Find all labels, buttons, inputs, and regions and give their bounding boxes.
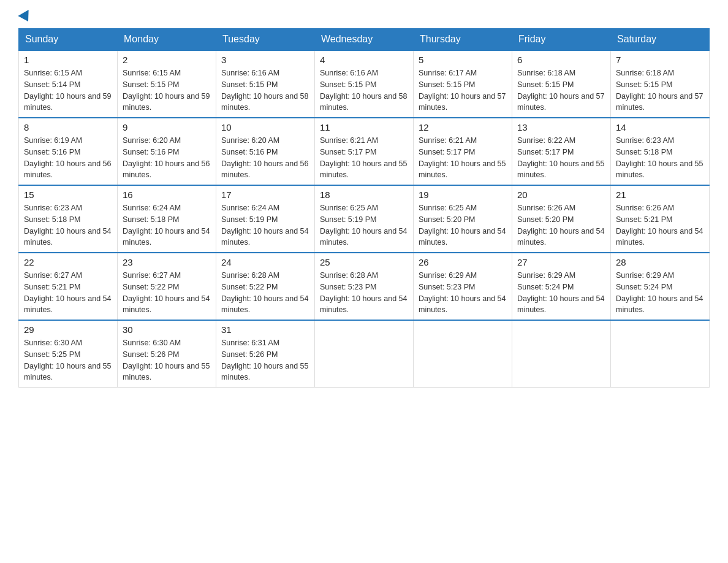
calendar-day-cell: 24 Sunrise: 6:28 AMSunset: 5:22 PMDaylig…	[216, 253, 315, 320]
day-info: Sunrise: 6:23 AMSunset: 5:18 PMDaylight:…	[24, 204, 111, 247]
day-info: Sunrise: 6:27 AMSunset: 5:22 PMDaylight:…	[123, 271, 210, 314]
calendar-day-cell: 1 Sunrise: 6:15 AMSunset: 5:14 PMDayligh…	[19, 50, 118, 118]
calendar-day-cell: 18 Sunrise: 6:25 AMSunset: 5:19 PMDaylig…	[315, 185, 414, 253]
calendar-day-cell: 4 Sunrise: 6:16 AMSunset: 5:15 PMDayligh…	[315, 50, 414, 118]
day-info: Sunrise: 6:22 AMSunset: 5:17 PMDaylight:…	[517, 136, 604, 179]
day-of-week-header: Monday	[118, 29, 216, 51]
calendar-week-row: 22 Sunrise: 6:27 AMSunset: 5:21 PMDaylig…	[19, 253, 710, 320]
day-number: 21	[616, 190, 704, 200]
day-number: 24	[221, 257, 309, 267]
calendar-day-cell: 10 Sunrise: 6:20 AMSunset: 5:16 PMDaylig…	[216, 118, 315, 185]
day-info: Sunrise: 6:30 AMSunset: 5:26 PMDaylight:…	[123, 339, 210, 381]
day-info: Sunrise: 6:20 AMSunset: 5:16 PMDaylight:…	[221, 136, 308, 179]
calendar-day-cell	[611, 320, 710, 388]
calendar-day-cell: 9 Sunrise: 6:20 AMSunset: 5:16 PMDayligh…	[118, 118, 216, 185]
day-info: Sunrise: 6:26 AMSunset: 5:21 PMDaylight:…	[616, 204, 703, 247]
day-number: 26	[419, 257, 507, 267]
day-info: Sunrise: 6:30 AMSunset: 5:25 PMDaylight:…	[24, 339, 111, 381]
day-info: Sunrise: 6:21 AMSunset: 5:17 PMDaylight:…	[419, 136, 506, 179]
calendar-day-cell: 23 Sunrise: 6:27 AMSunset: 5:22 PMDaylig…	[118, 253, 216, 320]
day-info: Sunrise: 6:24 AMSunset: 5:18 PMDaylight:…	[123, 204, 210, 247]
day-info: Sunrise: 6:24 AMSunset: 5:19 PMDaylight:…	[221, 204, 308, 247]
calendar-day-cell	[414, 320, 512, 388]
day-number: 17	[221, 190, 309, 200]
day-info: Sunrise: 6:18 AMSunset: 5:15 PMDaylight:…	[517, 69, 604, 112]
day-info: Sunrise: 6:25 AMSunset: 5:19 PMDaylight:…	[320, 204, 407, 247]
calendar-day-cell: 31 Sunrise: 6:31 AMSunset: 5:26 PMDaylig…	[216, 320, 315, 388]
day-info: Sunrise: 6:25 AMSunset: 5:20 PMDaylight:…	[419, 204, 506, 247]
day-number: 12	[419, 122, 507, 132]
calendar-day-cell: 2 Sunrise: 6:15 AMSunset: 5:15 PMDayligh…	[118, 50, 216, 118]
day-number: 8	[24, 122, 112, 132]
day-info: Sunrise: 6:29 AMSunset: 5:23 PMDaylight:…	[419, 271, 506, 314]
day-info: Sunrise: 6:31 AMSunset: 5:26 PMDaylight:…	[221, 339, 308, 381]
calendar-day-cell: 29 Sunrise: 6:30 AMSunset: 5:25 PMDaylig…	[19, 320, 118, 388]
day-info: Sunrise: 6:15 AMSunset: 5:15 PMDaylight:…	[123, 69, 210, 112]
calendar-day-cell	[315, 320, 414, 388]
day-number: 7	[616, 55, 704, 65]
day-number: 28	[616, 257, 704, 267]
day-number: 11	[320, 122, 408, 132]
day-number: 25	[320, 257, 408, 267]
day-number: 18	[320, 190, 408, 200]
day-of-week-header: Friday	[512, 29, 611, 51]
calendar-day-cell: 27 Sunrise: 6:29 AMSunset: 5:24 PMDaylig…	[512, 253, 611, 320]
day-number: 10	[221, 122, 309, 132]
day-info: Sunrise: 6:26 AMSunset: 5:20 PMDaylight:…	[517, 204, 604, 247]
day-number: 5	[419, 55, 507, 65]
logo	[18, 12, 32, 22]
calendar-day-cell: 28 Sunrise: 6:29 AMSunset: 5:24 PMDaylig…	[611, 253, 710, 320]
day-number: 31	[221, 324, 309, 335]
day-number: 14	[616, 122, 704, 132]
calendar-day-cell: 26 Sunrise: 6:29 AMSunset: 5:23 PMDaylig…	[414, 253, 512, 320]
calendar-day-cell: 8 Sunrise: 6:19 AMSunset: 5:16 PMDayligh…	[19, 118, 118, 185]
calendar-day-cell: 19 Sunrise: 6:25 AMSunset: 5:20 PMDaylig…	[414, 185, 512, 253]
calendar-day-cell: 12 Sunrise: 6:21 AMSunset: 5:17 PMDaylig…	[414, 118, 512, 185]
logo-triangle-icon	[18, 10, 33, 25]
calendar-day-cell: 14 Sunrise: 6:23 AMSunset: 5:18 PMDaylig…	[611, 118, 710, 185]
day-number: 9	[123, 122, 211, 132]
day-info: Sunrise: 6:29 AMSunset: 5:24 PMDaylight:…	[517, 271, 604, 314]
calendar-day-cell: 30 Sunrise: 6:30 AMSunset: 5:26 PMDaylig…	[118, 320, 216, 388]
day-number: 20	[517, 190, 605, 200]
day-number: 23	[123, 257, 211, 267]
day-info: Sunrise: 6:19 AMSunset: 5:16 PMDaylight:…	[24, 136, 111, 179]
day-info: Sunrise: 6:18 AMSunset: 5:15 PMDaylight:…	[616, 69, 703, 112]
page-header	[18, 12, 710, 22]
calendar-day-cell: 21 Sunrise: 6:26 AMSunset: 5:21 PMDaylig…	[611, 185, 710, 253]
day-number: 29	[24, 324, 112, 335]
calendar-day-cell: 6 Sunrise: 6:18 AMSunset: 5:15 PMDayligh…	[512, 50, 611, 118]
day-number: 6	[517, 55, 605, 65]
day-number: 3	[221, 55, 309, 65]
calendar-day-cell	[512, 320, 611, 388]
day-number: 19	[419, 190, 507, 200]
calendar-table: SundayMondayTuesdayWednesdayThursdayFrid…	[18, 28, 710, 388]
day-info: Sunrise: 6:17 AMSunset: 5:15 PMDaylight:…	[419, 69, 506, 112]
calendar-day-cell: 22 Sunrise: 6:27 AMSunset: 5:21 PMDaylig…	[19, 253, 118, 320]
day-of-week-header: Tuesday	[216, 29, 315, 51]
calendar-week-row: 15 Sunrise: 6:23 AMSunset: 5:18 PMDaylig…	[19, 185, 710, 253]
day-of-week-header: Wednesday	[315, 29, 414, 51]
day-info: Sunrise: 6:16 AMSunset: 5:15 PMDaylight:…	[221, 69, 308, 112]
day-info: Sunrise: 6:16 AMSunset: 5:15 PMDaylight:…	[320, 69, 407, 112]
calendar-day-cell: 5 Sunrise: 6:17 AMSunset: 5:15 PMDayligh…	[414, 50, 512, 118]
day-info: Sunrise: 6:21 AMSunset: 5:17 PMDaylight:…	[320, 136, 407, 179]
day-info: Sunrise: 6:20 AMSunset: 5:16 PMDaylight:…	[123, 136, 210, 179]
day-of-week-header: Saturday	[611, 29, 710, 51]
day-info: Sunrise: 6:15 AMSunset: 5:14 PMDaylight:…	[24, 69, 111, 112]
day-info: Sunrise: 6:28 AMSunset: 5:23 PMDaylight:…	[320, 271, 407, 314]
calendar-day-cell: 16 Sunrise: 6:24 AMSunset: 5:18 PMDaylig…	[118, 185, 216, 253]
day-info: Sunrise: 6:23 AMSunset: 5:18 PMDaylight:…	[616, 136, 703, 179]
calendar-week-row: 29 Sunrise: 6:30 AMSunset: 5:25 PMDaylig…	[19, 320, 710, 388]
calendar-day-cell: 20 Sunrise: 6:26 AMSunset: 5:20 PMDaylig…	[512, 185, 611, 253]
calendar-day-cell: 13 Sunrise: 6:22 AMSunset: 5:17 PMDaylig…	[512, 118, 611, 185]
day-info: Sunrise: 6:29 AMSunset: 5:24 PMDaylight:…	[616, 271, 703, 314]
calendar-day-cell: 3 Sunrise: 6:16 AMSunset: 5:15 PMDayligh…	[216, 50, 315, 118]
day-info: Sunrise: 6:27 AMSunset: 5:21 PMDaylight:…	[24, 271, 111, 314]
calendar-day-cell: 17 Sunrise: 6:24 AMSunset: 5:19 PMDaylig…	[216, 185, 315, 253]
calendar-day-cell: 7 Sunrise: 6:18 AMSunset: 5:15 PMDayligh…	[611, 50, 710, 118]
calendar-week-row: 8 Sunrise: 6:19 AMSunset: 5:16 PMDayligh…	[19, 118, 710, 185]
day-number: 15	[24, 190, 112, 200]
day-number: 22	[24, 257, 112, 267]
day-of-week-header: Sunday	[19, 29, 118, 51]
